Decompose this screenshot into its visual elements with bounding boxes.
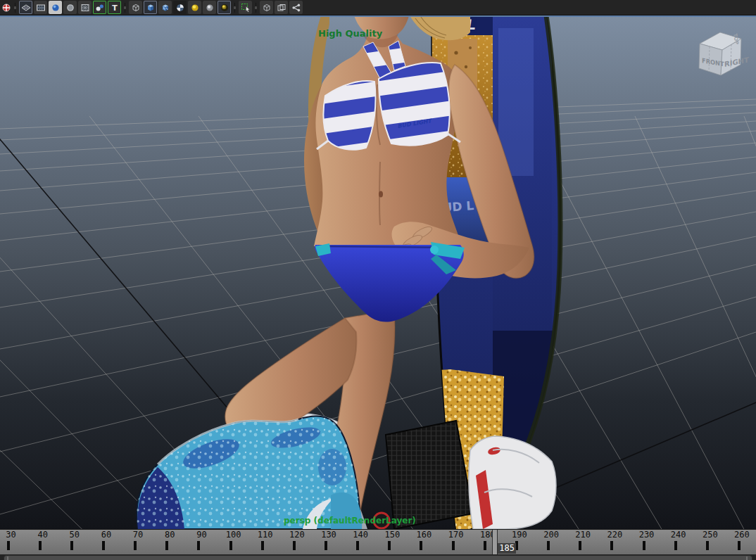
frame-tick[interactable] [452,541,455,550]
frame-tick[interactable] [229,541,232,550]
frame-tick[interactable] [102,541,105,550]
frame-label: 230 [639,530,655,540]
textured-display-icon[interactable] [158,1,172,14]
frame-tick[interactable] [70,541,73,550]
frame-tick[interactable] [165,541,168,550]
frame-label: 220 [607,530,623,540]
frame-tick[interactable] [420,541,422,550]
active-panel-highlight [0,15,756,17]
frame-tick[interactable] [547,541,550,550]
frame-label: 150 [384,530,400,540]
safe-action-icon[interactable] [93,1,106,14]
frame-tick[interactable] [738,541,741,550]
no-lights-icon[interactable] [218,1,231,14]
svg-text:T: T [112,4,118,13]
object-selection-icon[interactable] [239,1,252,14]
all-lights-icon[interactable] [188,1,201,14]
frame-label: 90 [196,530,206,540]
frame-label: 60 [101,530,111,540]
smooth-shade-icon[interactable] [144,1,157,14]
frame-label: 260 [734,530,750,540]
frame-tick[interactable] [261,541,264,550]
frame-label: 210 [575,530,591,540]
frame-tick[interactable] [388,541,391,550]
range-end-handle[interactable] [746,556,748,560]
frame-tick[interactable] [706,541,709,550]
frame-tick[interactable] [197,541,200,550]
frame-tick[interactable] [325,541,327,550]
select-camera-icon[interactable] [19,1,32,14]
current-time-marker[interactable] [492,530,498,554]
safe-title-icon[interactable]: T [108,1,121,14]
frame-label: 170 [448,530,464,540]
range-slider[interactable] [0,554,756,560]
frame-label: 190 [512,530,527,540]
red-cap-detail [374,513,389,528]
layer-overlay-icon[interactable] [275,1,288,14]
frame-label: 30 [6,530,15,540]
application-window: { "panel_toolbar": { "items": [ {"name":… [0,0,756,560]
frame-label: 250 [703,530,718,540]
frame-tick[interactable] [484,541,486,550]
frame-tick[interactable] [293,541,296,550]
frame-tick[interactable] [643,541,645,550]
current-frame-field[interactable]: 185 [498,543,516,554]
time-slider[interactable]: 3040506070809010011012013014015016017018… [0,529,756,554]
frame-label: 70 [133,530,143,540]
panel-toolbar: T [0,0,756,15]
range-slider-bar[interactable] [4,555,752,560]
frame-label: 130 [321,530,336,540]
toolbar-separator [232,1,237,14]
frame-label: 120 [289,530,305,540]
gate-mask-icon[interactable] [63,1,77,14]
toolbar-separator [253,1,258,14]
blue-towel[interactable] [137,416,362,529]
frame-tick[interactable] [134,541,137,550]
frame-label: 50 [70,530,80,540]
frame-tick[interactable] [356,541,359,550]
red-target-icon[interactable] [1,1,11,14]
frame-label: 140 [353,530,368,540]
range-start-handle[interactable] [7,556,8,560]
frame-label: 100 [226,530,241,540]
frame-label: 160 [417,530,432,540]
resolution-gate-icon[interactable] [49,1,62,14]
frame-label: 110 [258,530,273,540]
frame-tick[interactable] [610,541,613,550]
isolate-select-icon[interactable] [260,1,273,14]
toolbar-separator [122,1,127,14]
flat-lighting-icon[interactable] [203,1,216,14]
frame-tick[interactable] [674,541,677,550]
frame-tick[interactable] [579,541,581,550]
film-gate-icon[interactable] [34,1,47,14]
frame-tick[interactable] [39,541,42,550]
use-default-material-icon[interactable] [173,1,187,14]
view-cube[interactable]: FRONT RIGHT TOP [699,32,749,75]
field-chart-icon[interactable] [78,1,92,14]
frame-label: 80 [165,530,175,540]
frame-label: 240 [671,530,686,540]
woven-bench[interactable] [374,421,473,529]
white-cloth[interactable] [469,436,556,529]
frame-tick[interactable] [7,541,10,550]
frame-label: 200 [543,530,559,540]
wireframe-display-icon[interactable] [129,1,142,14]
frame-label: 40 [37,530,47,540]
connections-icon[interactable] [289,1,303,14]
toolbar-separator [13,1,18,14]
scene-3d: L BUD L [0,0,756,529]
